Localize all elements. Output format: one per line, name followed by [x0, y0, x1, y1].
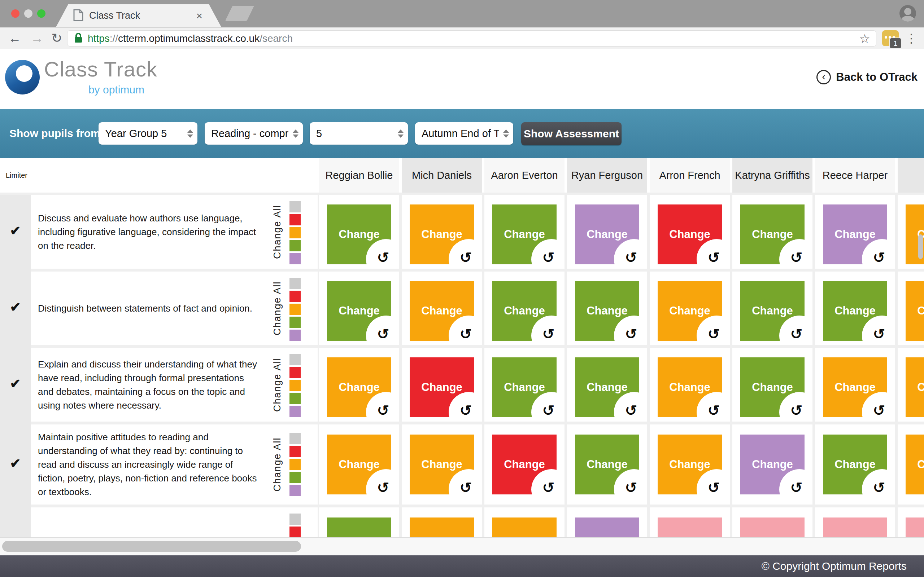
change-button-green[interactable]: Change↺ — [327, 517, 391, 537]
change-button-pink[interactable]: Change↺ — [740, 517, 804, 537]
legend-swatch-gray[interactable] — [289, 354, 300, 365]
undo-history-icon[interactable]: ↺ — [542, 326, 554, 341]
change-button-orange[interactable]: Change↺ — [327, 357, 391, 417]
back-to-otrack-link[interactable]: ‹ Back to OTrack — [816, 70, 918, 84]
undo-history-icon[interactable]: ↺ — [377, 326, 389, 341]
address-bar[interactable]: https://ctterm.optimumclasstrack.co.uk/s… — [67, 30, 876, 47]
term-select[interactable]: Autumn End of T — [415, 122, 513, 145]
legend-swatch-red[interactable] — [289, 367, 300, 378]
window-zoom-button[interactable] — [37, 10, 45, 18]
change-all-button[interactable]: Change All — [272, 195, 283, 269]
change-button-green[interactable]: Change↺ — [575, 357, 639, 417]
legend-swatch-purple[interactable] — [289, 330, 300, 341]
change-button-red[interactable]: Change↺ — [492, 435, 557, 495]
year-group-select[interactable]: Year Group 5 — [99, 122, 197, 145]
undo-history-icon[interactable]: ↺ — [790, 479, 802, 495]
change-button-orange[interactable]: Change↺ — [657, 281, 722, 341]
legend-swatch-orange[interactable] — [289, 380, 300, 391]
back-icon[interactable]: ← — [6, 27, 24, 49]
undo-history-icon[interactable]: ↺ — [542, 479, 554, 495]
legend-swatch-red[interactable] — [289, 446, 300, 457]
undo-history-icon[interactable]: ↺ — [459, 402, 472, 417]
undo-history-icon[interactable]: ↺ — [708, 402, 720, 417]
legend-swatch-orange[interactable] — [289, 304, 300, 315]
change-button-purple[interactable]: Change↺ — [740, 435, 804, 495]
undo-history-icon[interactable]: ↺ — [542, 249, 554, 264]
tab-close-icon[interactable]: × — [196, 10, 202, 22]
change-button-orange[interactable]: Change↺ — [906, 281, 924, 341]
legend-swatch-red[interactable] — [289, 527, 300, 537]
change-button-purple[interactable]: Change↺ — [575, 205, 639, 264]
change-button-green[interactable]: Change↺ — [492, 205, 557, 264]
window-minimize-button[interactable] — [24, 10, 32, 18]
change-button-green[interactable]: Change↺ — [575, 281, 639, 341]
change-button-orange[interactable]: Change↺ — [410, 281, 474, 341]
horizontal-scrollbar[interactable] — [2, 541, 301, 552]
change-button-orange[interactable]: Change↺ — [327, 435, 391, 495]
change-button-orange[interactable]: Change↺ — [906, 357, 924, 417]
change-button-green[interactable]: Change↺ — [492, 357, 557, 417]
undo-history-icon[interactable]: ↺ — [377, 479, 389, 495]
change-button-red[interactable]: Change↺ — [410, 357, 474, 417]
undo-history-icon[interactable]: ↺ — [790, 402, 802, 417]
change-button-green[interactable]: Change↺ — [823, 435, 887, 495]
change-button-orange[interactable]: Change↺ — [657, 357, 722, 417]
change-button-orange[interactable]: Change↺ — [906, 435, 924, 495]
change-button-green[interactable]: Change↺ — [740, 357, 804, 417]
legend-swatch-green[interactable] — [289, 393, 300, 404]
undo-history-icon[interactable]: ↺ — [708, 249, 720, 264]
legend-swatch-green[interactable] — [289, 317, 300, 328]
row-selected-check-icon[interactable]: ✔ — [0, 223, 31, 239]
change-button-green[interactable]: Change↺ — [327, 205, 391, 264]
legend-swatch-orange[interactable] — [289, 459, 300, 470]
profile-avatar[interactable] — [900, 5, 916, 22]
legend-swatch-red[interactable] — [289, 291, 300, 302]
row-selected-check-icon[interactable]: ✔ — [0, 376, 31, 391]
undo-history-icon[interactable]: ↺ — [790, 249, 802, 264]
row-selected-check-icon[interactable]: ✔ — [0, 300, 31, 315]
change-button-green[interactable]: Change↺ — [740, 281, 804, 341]
undo-history-icon[interactable]: ↺ — [459, 249, 472, 264]
undo-history-icon[interactable]: ↺ — [873, 326, 885, 341]
legend-swatch-gray[interactable] — [289, 201, 300, 213]
undo-history-icon[interactable]: ↺ — [542, 402, 554, 417]
show-assessment-button[interactable]: Show Assessment — [521, 122, 622, 145]
year-select[interactable]: 5 — [310, 122, 408, 145]
legend-swatch-purple[interactable] — [289, 485, 300, 496]
legend-swatch-purple[interactable] — [289, 253, 300, 264]
change-button-green[interactable]: Change↺ — [575, 435, 639, 495]
legend-swatch-gray[interactable] — [289, 433, 300, 444]
change-button-green[interactable]: Change↺ — [492, 281, 557, 341]
bookmark-star-icon[interactable]: ☆ — [859, 31, 870, 46]
legend-swatch-green[interactable] — [289, 472, 300, 483]
undo-history-icon[interactable]: ↺ — [459, 479, 472, 495]
change-button-pink[interactable]: Change↺ — [823, 517, 887, 537]
window-close-button[interactable] — [11, 10, 19, 18]
undo-history-icon[interactable]: ↺ — [790, 326, 802, 341]
legend-swatch-gray[interactable] — [289, 514, 300, 525]
undo-history-icon[interactable]: ↺ — [873, 479, 885, 495]
row-selected-check-icon[interactable]: ✔ — [0, 456, 31, 471]
change-button-red[interactable]: Change↺ — [657, 205, 722, 264]
new-tab-button[interactable] — [225, 6, 254, 21]
change-all-button[interactable]: Change All — [272, 348, 283, 422]
legend-swatch-orange[interactable] — [289, 227, 300, 239]
extension-icon[interactable]: 1 — [882, 30, 899, 46]
browser-tab[interactable]: Class Track × — [56, 4, 221, 27]
legend-swatch-gray[interactable] — [289, 278, 300, 289]
change-button-green[interactable]: Change↺ — [740, 205, 804, 264]
change-all-button[interactable]: Change All — [272, 424, 283, 504]
undo-history-icon[interactable]: ↺ — [625, 326, 637, 341]
forward-icon[interactable]: → — [28, 27, 46, 49]
undo-history-icon[interactable]: ↺ — [625, 479, 637, 495]
change-button-pink[interactable]: Change↺ — [657, 517, 722, 537]
browser-menu-icon[interactable]: ⋮ — [905, 27, 918, 49]
undo-history-icon[interactable]: ↺ — [625, 402, 637, 417]
change-button-purple[interactable]: Change↺ — [823, 205, 887, 264]
undo-history-icon[interactable]: ↺ — [708, 326, 720, 341]
undo-history-icon[interactable]: ↺ — [377, 402, 389, 417]
change-button-orange[interactable]: Change↺ — [823, 357, 887, 417]
change-button-orange[interactable]: Change↺ — [657, 435, 722, 495]
reload-icon[interactable]: ↻ — [48, 27, 66, 49]
subject-select[interactable]: Reading - compre — [205, 122, 303, 145]
